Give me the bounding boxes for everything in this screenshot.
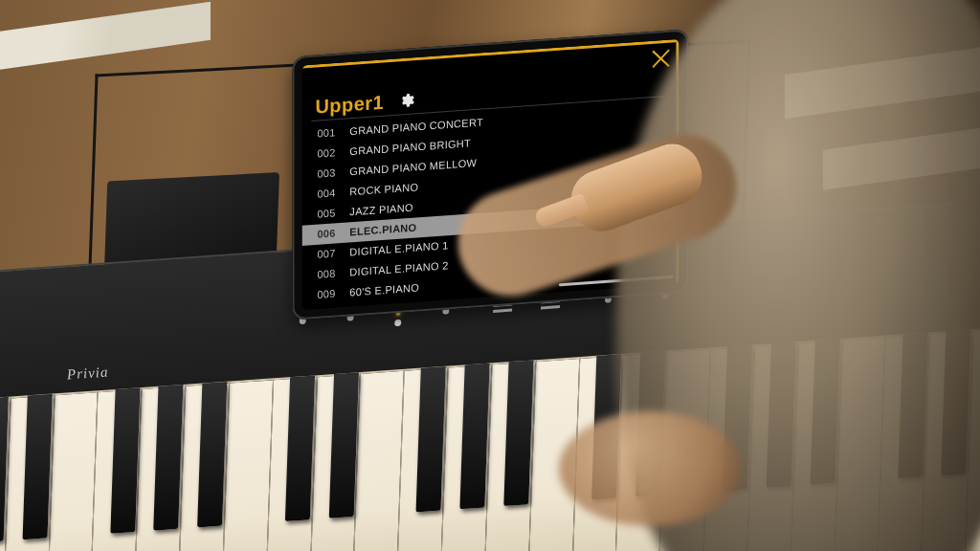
piano-brand-label: Privia — [66, 364, 109, 384]
tone-name: DIGITAL E.PIANO 1 — [349, 239, 448, 257]
tone-number: 005 — [317, 202, 349, 224]
gear-icon[interactable] — [397, 91, 414, 109]
white-key[interactable] — [46, 390, 99, 551]
tone-name: ELEC.PIANO — [349, 221, 416, 237]
white-key[interactable] — [177, 382, 230, 551]
white-key[interactable] — [221, 378, 274, 551]
tone-number: 004 — [317, 182, 349, 204]
tone-name: JAZZ PIANO — [349, 202, 412, 218]
scene-root: Privia Upper1 001GRAND — [0, 0, 980, 551]
tone-name: DIGITAL E.PIANO 2 — [349, 259, 448, 277]
part-title: Upper1 — [315, 91, 384, 118]
tone-number: 003 — [317, 162, 349, 184]
tone-number: 002 — [317, 142, 349, 164]
white-key[interactable] — [265, 375, 318, 551]
close-icon[interactable] — [651, 47, 672, 70]
white-key[interactable] — [90, 387, 143, 551]
tone-number: 008 — [317, 262, 349, 284]
tone-name: ROCK PIANO — [349, 181, 418, 197]
tone-number: 009 — [317, 283, 349, 305]
white-key[interactable] — [440, 363, 493, 551]
tone-number: 007 — [317, 242, 349, 264]
white-key[interactable] — [134, 385, 187, 551]
white-key[interactable] — [309, 372, 362, 551]
tone-name: 60'S E.PIANO — [349, 281, 419, 298]
white-key[interactable] — [396, 366, 449, 551]
white-key[interactable] — [483, 360, 536, 551]
left-hand-on-keys — [559, 411, 741, 526]
white-key[interactable] — [2, 393, 55, 551]
tone-number: 001 — [317, 121, 349, 143]
tone-number: 006 — [317, 222, 349, 244]
white-key[interactable] — [352, 369, 405, 551]
